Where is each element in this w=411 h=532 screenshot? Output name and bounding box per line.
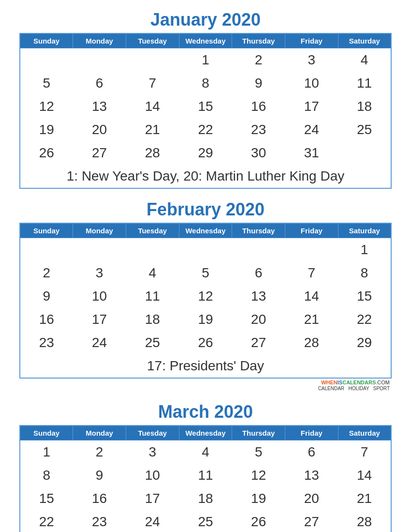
calendar-day [179, 238, 232, 262]
day-header: Thursday [232, 33, 285, 48]
calendar-day: 21 [285, 308, 338, 331]
calendar-day: 19 [179, 308, 232, 331]
calendar-day: 16 [20, 308, 73, 331]
calendar-day [73, 48, 126, 72]
calendar-january-2020: January 2020SundayMondayTuesdayWednesday… [19, 10, 392, 189]
calendar-day [338, 141, 391, 165]
calendar-day: 11 [126, 285, 179, 308]
calendar-day: 1 [179, 48, 232, 72]
calendar-day: 24 [73, 331, 126, 354]
calendar-day: 19 [232, 487, 285, 510]
watermark-when: WHEN [321, 380, 338, 385]
calendar-table-february-2020: SundayMondayTuesdayWednesdayThursdayFrid… [19, 223, 392, 379]
calendar-day: 16 [73, 487, 126, 510]
calendar-day: 7 [285, 261, 338, 285]
day-header: Saturday [338, 223, 391, 238]
calendar-day: 20 [73, 118, 126, 141]
calendar-day: 5 [179, 261, 232, 285]
calendar-day: 3 [285, 48, 338, 72]
day-header: Saturday [338, 33, 391, 48]
calendar-day: 10 [126, 464, 179, 487]
day-header: Thursday [232, 223, 285, 238]
calendar-day: 12 [232, 464, 285, 487]
calendar-day: 8 [179, 72, 232, 95]
calendar-day: 10 [73, 285, 126, 308]
calendar-day: 4 [126, 261, 179, 285]
calendar-day: 22 [338, 308, 391, 331]
day-header: Wednesday [179, 426, 232, 441]
calendar-day: 3 [126, 441, 179, 464]
calendar-day: 26 [20, 141, 73, 165]
calendar-day: 19 [20, 118, 73, 141]
day-header: Friday [285, 426, 338, 441]
calendar-day: 9 [232, 72, 285, 95]
calendar-day: 23 [73, 510, 126, 532]
calendar-day: 1 [338, 238, 391, 262]
day-header: Monday [73, 426, 126, 441]
calendar-day: 25 [338, 118, 391, 141]
calendar-day: 13 [73, 95, 126, 118]
calendar-day: 27 [232, 331, 285, 354]
calendar-day: 5 [20, 72, 73, 95]
calendar-day: 28 [285, 331, 338, 354]
calendar-day: 15 [179, 95, 232, 118]
calendar-table-march-2020: SundayMondayTuesdayWednesdayThursdayFrid… [19, 425, 392, 532]
day-header: Friday [285, 33, 338, 48]
calendar-february-2020: February 2020SundayMondayTuesdayWednesda… [19, 199, 392, 391]
calendar-day: 30 [232, 141, 285, 165]
calendar-day: 6 [285, 441, 338, 464]
day-header: Monday [73, 223, 126, 238]
calendar-day: 27 [73, 141, 126, 165]
calendar-day: 11 [179, 464, 232, 487]
day-header: Tuesday [126, 223, 179, 238]
month-title-february-2020: February 2020 [19, 199, 392, 220]
calendar-day: 4 [338, 48, 391, 72]
calendar-day: 17 [285, 95, 338, 118]
calendar-day: 13 [232, 285, 285, 308]
calendar-day: 18 [179, 487, 232, 510]
day-header: Thursday [232, 426, 285, 441]
calendar-day: 22 [20, 510, 73, 532]
watermark-sub: CALENDAR HOLIDAY SPORT [318, 386, 390, 391]
calendar-day: 15 [338, 285, 391, 308]
holidays-text: 17: Presidents' Day [20, 354, 391, 378]
watermark-cal: CALENDARS [342, 380, 376, 385]
calendar-day: 20 [285, 487, 338, 510]
calendar-day: 28 [338, 510, 391, 532]
calendar-day: 29 [338, 331, 391, 354]
watermark-is: IS [338, 380, 342, 385]
calendar-day: 25 [126, 331, 179, 354]
day-header: Tuesday [126, 426, 179, 441]
calendar-day: 21 [338, 487, 391, 510]
month-title-january-2020: January 2020 [19, 10, 392, 30]
calendar-day: 29 [179, 141, 232, 165]
calendar-day: 24 [126, 510, 179, 532]
calendar-day: 3 [73, 261, 126, 285]
calendar-day: 9 [20, 285, 73, 308]
calendar-day: 14 [285, 285, 338, 308]
calendar-day [126, 238, 179, 262]
day-header: Wednesday [179, 33, 232, 48]
day-header: Friday [285, 223, 338, 238]
calendar-day: 22 [179, 118, 232, 141]
calendar-day: 11 [338, 72, 391, 95]
day-header: Tuesday [126, 33, 179, 48]
calendar-day: 14 [338, 464, 391, 487]
calendar-day: 23 [232, 118, 285, 141]
calendar-day [20, 48, 73, 72]
calendar-day: 20 [232, 308, 285, 331]
calendar-day: 27 [285, 510, 338, 532]
calendar-day: 2 [20, 261, 73, 285]
calendar-day: 2 [73, 441, 126, 464]
calendar-day: 9 [73, 464, 126, 487]
calendar-day: 18 [338, 95, 391, 118]
day-header: Sunday [20, 223, 73, 238]
day-header: Sunday [20, 33, 73, 48]
day-header: Monday [73, 33, 126, 48]
watermark-dot: .COM [376, 380, 390, 385]
calendar-day: 8 [338, 261, 391, 285]
calendar-table-january-2020: SundayMondayTuesdayWednesdayThursdayFrid… [19, 33, 392, 189]
calendar-day [73, 238, 126, 262]
calendar-day: 17 [126, 487, 179, 510]
calendar-day: 4 [179, 441, 232, 464]
